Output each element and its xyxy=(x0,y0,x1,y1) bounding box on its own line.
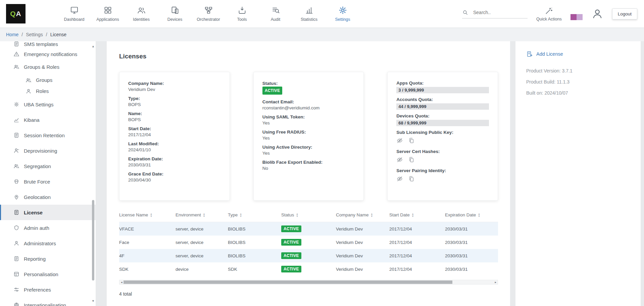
field-label: Type: xyxy=(128,96,221,102)
add-license-button[interactable]: Add License xyxy=(526,51,641,57)
devices-quota: Devices Quota: 68 / 9,999,999 xyxy=(396,113,489,126)
copy-icon[interactable] xyxy=(408,137,415,144)
sidebar-item-label: Preferences xyxy=(24,287,51,293)
sort-icon[interactable]: ▴▾ xyxy=(478,213,480,217)
logo-letter-a: A xyxy=(16,10,21,18)
column-header-type[interactable]: Type▴▾ xyxy=(228,212,281,217)
layout-icon xyxy=(13,271,19,277)
status-badge: ACTIVE xyxy=(281,266,301,272)
sort-icon[interactable]: ▴▾ xyxy=(296,213,298,217)
secret-label: Server Cert Hashes: xyxy=(396,149,489,154)
sidebar-item-emergency-notifications[interactable]: Emergency notifications xyxy=(0,49,96,59)
eye-off-icon[interactable] xyxy=(396,175,403,182)
sidebar-scrollbar[interactable]: ▲ ▼ xyxy=(91,41,95,306)
nav-item-tools[interactable]: Tools xyxy=(230,6,254,22)
nav-item-devices[interactable]: Devices xyxy=(162,6,187,22)
sidebar-item-preferences[interactable]: Preferences xyxy=(0,282,96,297)
sidebar-item-personalisation[interactable]: Personalisation xyxy=(0,266,96,282)
sidebar-item-segregation[interactable]: Segregation xyxy=(0,158,96,174)
copy-icon[interactable] xyxy=(408,175,415,182)
scrollbar-thumb[interactable] xyxy=(92,200,94,280)
app-logo[interactable]: QA xyxy=(6,4,26,23)
copy-icon[interactable] xyxy=(408,156,415,163)
logout-button[interactable]: Logout xyxy=(612,8,637,19)
document-icon xyxy=(13,41,19,47)
search-input[interactable] xyxy=(473,9,523,15)
nav-item-applications[interactable]: Applications xyxy=(95,6,120,22)
sort-icon[interactable]: ▴▾ xyxy=(150,213,152,217)
scrollbar-thumb[interactable] xyxy=(123,280,452,284)
audit-list-icon xyxy=(271,6,280,15)
sort-icon[interactable]: ▴▾ xyxy=(240,213,242,217)
sidebar-item-geolocation[interactable]: Geolocation xyxy=(0,189,96,205)
sort-icon[interactable]: ▴▾ xyxy=(203,213,205,217)
scroll-left-arrow[interactable]: ◂ xyxy=(121,281,122,284)
nav-item-label: Audit xyxy=(271,17,281,22)
globe-icon xyxy=(13,302,19,306)
sidebar-item-groups-and-roles[interactable]: Groups & Roles xyxy=(0,59,96,74)
nav-item-dashboard[interactable]: Dashboard xyxy=(62,6,87,22)
sidebar-item-label: UBA Settings xyxy=(24,102,53,107)
scroll-right-arrow[interactable]: ▸ xyxy=(495,281,496,284)
column-header-company-name[interactable]: Company Name▴▾ xyxy=(336,212,389,217)
quota-value: 3 / 9,999,999 xyxy=(398,88,424,93)
sidebar-item-sms-templates[interactable]: SMS templates xyxy=(0,41,96,49)
sidebar-item-session-retention[interactable]: Session Retention xyxy=(0,128,96,143)
magic-wand-icon xyxy=(545,6,553,15)
sidebar-item-license[interactable]: License xyxy=(0,205,96,220)
status-badge: ACTIVE xyxy=(281,239,301,246)
sidebar-item-groups[interactable]: Groups xyxy=(0,74,96,86)
sidebar-item-reporting[interactable]: Reporting xyxy=(0,251,96,266)
table-row[interactable]: SDK device SDK ACTIVE Veridium Dev 2017/… xyxy=(119,262,498,276)
sidebar-item-roles[interactable]: Roles xyxy=(0,86,96,97)
quota-progress-bar: 44 / 9,999,999 xyxy=(396,103,489,110)
sidebar-item-kibana[interactable]: Kibana xyxy=(0,112,96,128)
table-row[interactable]: 4F server, device BIOLIBS ACTIVE Veridiu… xyxy=(119,249,498,262)
sidebar-item-administrators[interactable]: Administrators xyxy=(0,236,96,251)
column-header-status[interactable]: Status▴▾ xyxy=(281,212,336,217)
quick-actions-button[interactable]: Quick Actions xyxy=(536,6,562,21)
column-header-environment[interactable]: Environment▴▾ xyxy=(176,212,228,217)
sidebar-item-uba-settings[interactable]: UBA Settings xyxy=(0,97,96,112)
sidebar-item-label: Kibana xyxy=(24,117,40,123)
sidebar-item-admin-auth[interactable]: Admin auth xyxy=(0,220,96,236)
people-icon xyxy=(13,64,19,70)
nav-item-orchestrator[interactable]: Orchestrator xyxy=(196,6,221,22)
column-header-start-date[interactable]: Start Date▴▾ xyxy=(389,212,445,217)
map-pin-icon xyxy=(13,194,19,200)
field-label: Last Modified: xyxy=(128,141,221,147)
nav-item-settings[interactable]: Settings xyxy=(330,6,355,22)
page-title: Licenses xyxy=(119,53,498,60)
nav-item-label: Tools xyxy=(237,17,247,22)
scroll-up-arrow[interactable]: ▲ xyxy=(92,45,95,48)
eye-off-icon[interactable] xyxy=(396,137,403,144)
gear-icon xyxy=(338,6,347,15)
sidebar-item-internationalisation[interactable]: Internationalisation xyxy=(0,297,96,306)
color-swatch xyxy=(571,14,577,20)
table-row[interactable]: Face server, device BIOLIBS ACTIVE Verid… xyxy=(119,236,498,249)
field-value: 2030/03/31 xyxy=(128,162,151,167)
horizontal-scrollbar[interactable]: ◂ ▸ xyxy=(119,280,498,285)
eye-off-icon[interactable] xyxy=(396,156,403,163)
nav-item-audit[interactable]: Audit xyxy=(263,6,288,22)
shield-icon xyxy=(13,225,19,231)
status-badge: ACTIVE xyxy=(281,252,301,259)
column-header-expiration-date[interactable]: Expiration Date▴▾ xyxy=(445,212,498,217)
nav-item-identities[interactable]: Identities xyxy=(129,6,154,22)
nav-item-label: Orchestrator xyxy=(197,17,220,22)
sidebar-item-deprovisioning[interactable]: Deprovisioning xyxy=(0,143,96,158)
sort-icon[interactable]: ▴▾ xyxy=(371,213,373,217)
breadcrumb-home-link[interactable]: Home xyxy=(6,32,18,37)
column-header-license-name[interactable]: License Name▴▾ xyxy=(119,212,176,217)
global-search[interactable] xyxy=(462,9,528,18)
nav-item-statistics[interactable]: Statistics xyxy=(297,6,321,22)
breadcrumb-settings-link[interactable]: Settings xyxy=(26,32,43,37)
field-value: 2024/01/10 xyxy=(128,147,151,152)
user-avatar[interactable] xyxy=(591,8,603,20)
sort-icon[interactable]: ▴▾ xyxy=(412,213,414,217)
sidebar-item-brute-force[interactable]: Brute Force xyxy=(0,174,96,189)
scroll-down-arrow[interactable]: ▼ xyxy=(92,299,95,303)
sidebar-item-label: Emergency notifications xyxy=(24,51,77,57)
table-row[interactable]: VFACE server, device BIOLIBS ACTIVE Veri… xyxy=(119,222,498,236)
breadcrumb-separator: / xyxy=(46,32,47,37)
